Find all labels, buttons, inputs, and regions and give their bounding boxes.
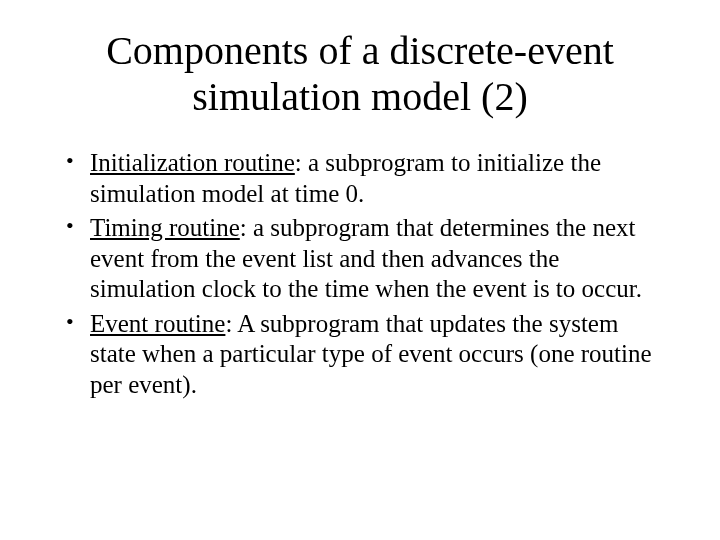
slide: Components of a discrete-event simulatio… xyxy=(0,0,720,540)
list-item: Event routine: A subprogram that updates… xyxy=(90,309,660,401)
slide-title: Components of a discrete-event simulatio… xyxy=(50,28,670,120)
list-item: Initialization routine: a subprogram to … xyxy=(90,148,660,209)
term: Timing routine xyxy=(90,214,240,241)
term: Event routine xyxy=(90,310,225,337)
list-item: Timing routine: a subprogram that determ… xyxy=(90,213,660,305)
bullet-list: Initialization routine: a subprogram to … xyxy=(50,148,670,400)
term: Initialization routine xyxy=(90,149,295,176)
